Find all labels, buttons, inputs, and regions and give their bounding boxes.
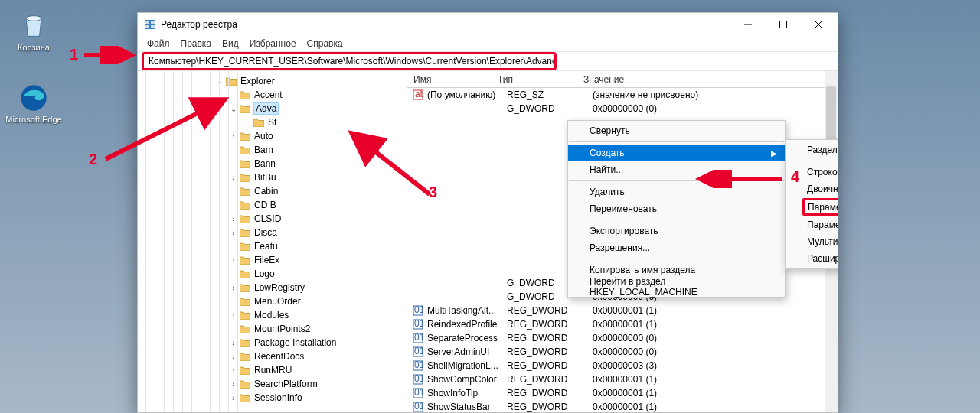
tree-row[interactable]: ›SessionInfo xyxy=(138,391,407,405)
tree-row[interactable]: ›BitBu xyxy=(138,171,407,184)
tree-row[interactable]: ›Disca xyxy=(138,226,407,239)
sm-multi[interactable]: Мультистроковый параметр xyxy=(786,233,838,250)
menu-file[interactable]: Файл xyxy=(142,37,175,50)
tree-label: Bann xyxy=(254,158,276,169)
list-row[interactable]: 011ReindexedProfileREG_DWORD0x00000001 (… xyxy=(407,317,825,331)
tree-toggle-icon[interactable]: › xyxy=(228,215,239,223)
folder-icon xyxy=(239,296,251,307)
list-row[interactable]: 011ShowInfoTipREG_DWORD0x00000001 (1) xyxy=(407,386,825,400)
list-row[interactable]: G_DWORD0x00000000 (0) xyxy=(407,102,825,115)
menu-help[interactable]: Справка xyxy=(302,37,348,50)
value-type: REG_DWORD xyxy=(507,319,593,330)
tree-toggle-icon[interactable]: › xyxy=(228,339,239,347)
tree-row[interactable]: ›CLSID xyxy=(138,212,407,226)
cm-rename[interactable]: Переименовать xyxy=(568,200,785,217)
titlebar[interactable]: Редактор реестра xyxy=(138,13,838,36)
cm-export[interactable]: Экспортировать xyxy=(568,223,785,239)
tree-row[interactable]: Bann xyxy=(138,157,407,171)
sm-key[interactable]: Раздел xyxy=(786,141,838,158)
col-name[interactable]: Имя xyxy=(407,74,492,85)
tree-row[interactable]: ⌄Adva xyxy=(138,102,407,115)
tree-row[interactable]: ›LowRegistry xyxy=(138,281,407,294)
minimize-button[interactable] xyxy=(730,13,766,36)
sm-string[interactable]: Строковый параметр xyxy=(786,164,838,180)
value-name: ShowCompColor xyxy=(427,374,507,385)
list-row[interactable]: 011ShowStatusBarREG_DWORD0x00000001 (1) xyxy=(407,400,825,412)
menu-view[interactable]: Вид xyxy=(217,37,243,50)
tree-row[interactable]: ›Modules xyxy=(138,308,407,322)
value-name: SeparateProcess xyxy=(427,333,507,343)
cm-create[interactable]: Создать▶ xyxy=(568,145,785,161)
value-type: REG_DWORD xyxy=(507,374,593,385)
value-data: 0x00000001 (1) xyxy=(593,374,825,385)
cm-delete[interactable]: Удалить xyxy=(568,184,785,200)
folder-icon xyxy=(239,365,251,376)
list-row[interactable]: 011ShowCompColorREG_DWORD0x00000001 (1) xyxy=(407,372,825,386)
tree-row[interactable]: ›FileEx xyxy=(138,253,407,267)
list-header[interactable]: Имя Тип Значение xyxy=(407,71,838,88)
list-row[interactable]: 011ServerAdminUIREG_DWORD0x00000000 (0) xyxy=(407,345,825,359)
desktop-edge[interactable]: Microsoft Edge xyxy=(5,83,63,125)
menubar: Файл Правка Вид Избранное Справка xyxy=(138,36,838,51)
tree-toggle-icon[interactable]: › xyxy=(228,174,239,182)
tree-label: CLSID xyxy=(254,213,281,224)
cm-find[interactable]: Найти... xyxy=(568,161,785,178)
menu-favorites[interactable]: Избранное xyxy=(245,37,301,50)
list-row[interactable]: 011MultiTaskingAlt...REG_DWORD0x00000001… xyxy=(407,304,825,317)
desktop-recycle-bin[interactable]: Корзина xyxy=(5,11,63,53)
cm-collapse[interactable]: Свернуть xyxy=(568,122,785,139)
folder-icon xyxy=(239,379,251,389)
col-type[interactable]: Тип xyxy=(492,74,577,85)
tree-row[interactable]: MenuOrder xyxy=(138,294,407,308)
sm-binary[interactable]: Двоичный параметр xyxy=(786,180,838,197)
tree-row[interactable]: Logo xyxy=(138,267,407,281)
menu-edit[interactable]: Правка xyxy=(176,37,217,50)
tree-row[interactable]: ›SearchPlatform xyxy=(138,377,407,391)
tree-label: LowRegistry xyxy=(254,282,305,293)
list-body[interactable]: Свернуть Создать▶ Найти... Удалить Переи… xyxy=(407,88,838,412)
tree-toggle-icon[interactable]: ⌄ xyxy=(214,77,225,86)
tree-toggle-icon[interactable]: › xyxy=(228,229,239,237)
tree-toggle-icon[interactable]: ⌄ xyxy=(228,105,239,113)
tree-pane[interactable]: ⌄ExplorerAccent⌄AdvaSt›AutoBamBann›BitBu… xyxy=(138,71,407,412)
scrollbar-thumb[interactable] xyxy=(826,86,836,148)
col-value[interactable]: Значение xyxy=(577,74,838,85)
tree-toggle-icon[interactable]: › xyxy=(228,311,239,320)
tree-toggle-icon[interactable]: › xyxy=(228,366,239,375)
tree-toggle-icon[interactable]: › xyxy=(228,132,239,141)
tree-row[interactable]: ›Auto xyxy=(138,129,407,143)
list-row[interactable]: 011SeparateProcessREG_DWORD0x00000000 (0… xyxy=(407,331,825,345)
tree-row[interactable]: ⌄Explorer xyxy=(138,74,407,88)
tree-row[interactable]: Accent xyxy=(138,88,407,102)
cm-goto-hklm[interactable]: Перейти в раздел HKEY_LOCAL_MACHINE xyxy=(568,278,785,295)
maximize-button[interactable] xyxy=(766,13,801,36)
svg-text:011: 011 xyxy=(414,402,423,411)
tree-toggle-icon[interactable]: › xyxy=(228,256,239,265)
tree-row[interactable]: Featu xyxy=(138,239,407,253)
tree-row[interactable]: St xyxy=(138,115,407,129)
tree-row[interactable]: Cabin xyxy=(138,184,407,198)
tree-row[interactable]: CD B xyxy=(138,198,407,212)
address-path[interactable]: Компьютер\HKEY_CURRENT_USER\Software\Mic… xyxy=(142,52,557,70)
tree-row[interactable]: MountPoints2 xyxy=(138,322,407,336)
tree-row[interactable]: ›RecentDocs xyxy=(138,350,407,363)
tree-toggle-icon[interactable]: › xyxy=(228,394,239,402)
list-row[interactable]: 011ShellMigrationL...REG_DWORD0x00000003… xyxy=(407,359,825,372)
tree-toggle-icon[interactable]: › xyxy=(228,380,239,389)
address-bar[interactable]: Компьютер\HKEY_CURRENT_USER\Software\Mic… xyxy=(138,51,838,71)
folder-icon xyxy=(239,337,251,348)
value-data: (значение не присвоено) xyxy=(593,89,825,100)
tree-row[interactable]: ›Package Installation xyxy=(138,336,407,350)
cm-permissions[interactable]: Разрешения... xyxy=(568,239,785,256)
sm-qword[interactable]: Параметр QWORD (64 бита) xyxy=(786,216,838,233)
sm-dword[interactable]: Параметр DWORD (32 бита) xyxy=(802,198,838,216)
folder-icon xyxy=(239,310,251,320)
tree-row[interactable]: Bam xyxy=(138,143,407,157)
list-row[interactable]: ab(По умолчанию)REG_SZ(значение не присв… xyxy=(407,88,825,102)
close-button[interactable] xyxy=(801,13,836,36)
tree-row[interactable]: ›RunMRU xyxy=(138,363,407,377)
list-pane[interactable]: Имя Тип Значение Свернуть Создать▶ Найти… xyxy=(407,71,838,412)
tree-toggle-icon[interactable]: › xyxy=(228,353,239,361)
sm-expand[interactable]: Расширяемый строковый параметр xyxy=(786,250,838,267)
tree-toggle-icon[interactable]: › xyxy=(228,284,239,292)
